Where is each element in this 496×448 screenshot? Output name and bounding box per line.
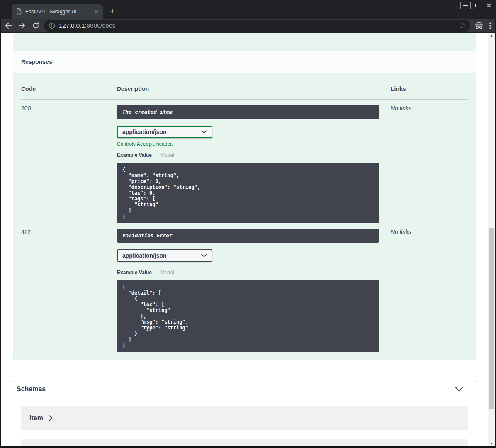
forward-arrow-icon [18,22,26,30]
media-type-select[interactable]: application/json [117,249,212,262]
response-code: 422 [21,229,117,352]
url-text[interactable]: 127.0.0.1:8000/docs [59,22,459,29]
schema-name: Item [29,414,43,422]
response-code: 200 [21,105,117,223]
response-description: The created item [117,105,379,119]
swagger-page: Responses Code Description Links 200 The… [1,33,488,446]
tab-example-value[interactable]: Example Value [117,270,152,275]
media-type-select[interactable]: application/json [117,126,212,138]
url-path: :8000/docs [85,22,115,29]
response-links: No links [391,105,468,223]
example-json-code: { "detail": [ { "loc": [ "string" ], "ms… [122,284,374,348]
example-model-tabs: Example Value Model [117,152,391,158]
reload-icon [32,22,40,29]
accept-header-note: Controls Accept header. [117,141,391,147]
schema-item[interactable]: Item [21,406,468,430]
window-controls [460,2,494,9]
column-header-code: Code [21,85,117,92]
tab-strip: Fast API - Swagger UI + [0,0,496,19]
tab-model[interactable]: Model [160,270,174,275]
back-arrow-icon [4,22,12,30]
window-edge-bottom [0,446,496,448]
maximize-button[interactable] [472,2,482,9]
example-model-tabs: Example Value Model [117,270,391,275]
scrollbar-up-icon[interactable]: ▲ [488,34,495,37]
responses-table: Code Description Links 200 The created i… [13,73,476,360]
page-scrollbar[interactable]: ▲ ▼ [488,33,495,446]
forward-button[interactable] [17,20,27,31]
chevron-down-icon [455,387,463,392]
chevron-down-icon [201,254,207,257]
post-operation-block: Responses Code Description Links 200 The… [13,33,476,360]
chevron-right-icon [49,415,53,421]
schemas-title: Schemas [17,385,46,393]
minimize-button[interactable] [460,2,471,9]
example-json-block: { "name": "string", "price": 0, "descrip… [117,163,379,223]
response-description: Validation Error [117,229,379,243]
response-description-cell: Validation Error application/json Exampl… [117,229,391,352]
schema-item[interactable]: ValidationError [21,439,468,446]
document-icon [17,8,22,15]
browser-tab[interactable]: Fast API - Swagger UI [12,4,103,19]
minimize-icon [463,5,468,6]
schemas-header[interactable]: Schemas [13,381,476,397]
response-row-200: 200 The created item application/json Co… [21,100,468,223]
browser-toolbar: 127.0.0.1:8000/docs ☆ [0,19,496,33]
menu-icon[interactable] [489,22,491,29]
media-type-value: application/json [122,129,167,135]
tab-separator [156,270,156,275]
schemas-list: Item ValidationError [13,397,476,446]
response-links: No links [391,229,468,352]
tab-separator [156,153,156,158]
scrollbar-down-icon[interactable]: ▼ [488,442,495,446]
tab-close-icon[interactable] [93,8,100,15]
close-icon [487,3,491,7]
example-json-block: { "detail": [ { "loc": [ "string" ], "ms… [117,280,379,352]
tab-example-value[interactable]: Example Value [117,152,152,158]
example-json-code: { "name": "string", "price": 0, "descrip… [122,167,374,219]
back-button[interactable] [3,20,14,31]
maximize-icon [475,4,479,7]
response-row-422: 422 Validation Error application/json Ex… [21,223,468,352]
incognito-icon[interactable] [474,22,484,29]
column-header-links: Links [391,85,468,92]
address-bar[interactable]: 127.0.0.1:8000/docs ☆ [44,20,470,32]
tab-title: Fast API - Swagger UI [25,9,93,15]
responses-section-header: Responses [13,51,476,73]
new-tab-button[interactable]: + [107,5,118,17]
reload-button[interactable] [30,20,41,31]
responses-title: Responses [21,58,52,65]
url-host: 127.0.0.1 [59,22,85,29]
column-header-description: Description [117,85,391,92]
window-edge-left [0,19,1,448]
close-button[interactable] [484,2,494,9]
site-info-icon[interactable] [49,22,55,29]
responses-table-header: Code Description Links [21,73,468,100]
opblock-body-spacer [13,33,476,51]
schemas-section: Schemas Item ValidationError [13,381,476,446]
media-type-value: application/json [122,252,167,259]
scrollbar-thumb[interactable] [489,228,494,409]
bookmark-star-icon[interactable]: ☆ [459,22,467,29]
response-description-cell: The created item application/json Contro… [117,105,391,223]
chevron-down-icon [201,130,207,134]
tab-model[interactable]: Model [160,152,174,158]
